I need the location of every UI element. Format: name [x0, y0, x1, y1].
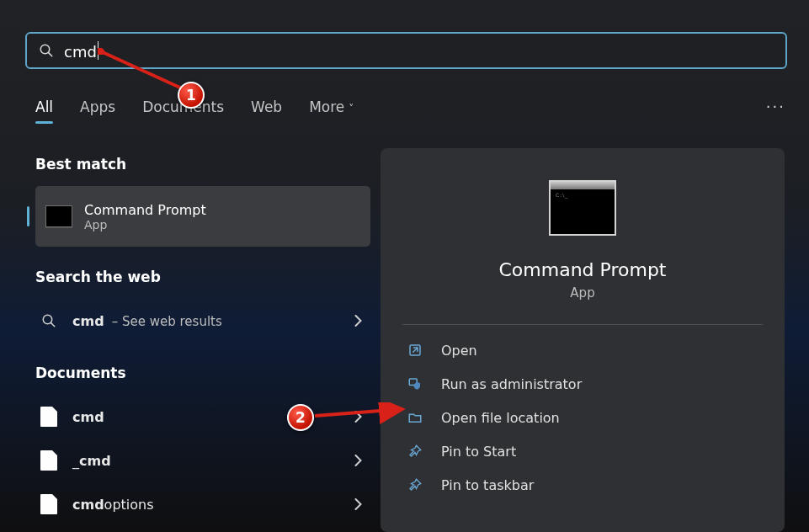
details-title: Command Prompt [402, 259, 763, 280]
chevron-right-icon [354, 315, 362, 327]
doc-name-suffix: options [104, 497, 154, 513]
action-label: Open file location [441, 410, 560, 426]
svg-line-3 [51, 323, 55, 327]
annotation-callout-2: 2 [287, 404, 314, 431]
action-label: Open [441, 343, 477, 359]
overflow-menu-button[interactable]: ··· [766, 98, 785, 115]
action-run-as-administrator[interactable]: Run as administrator [402, 367, 763, 401]
doc-name: cmd [72, 497, 104, 513]
chevron-right-icon [354, 455, 362, 466]
action-open-file-location[interactable]: Open file location [402, 401, 763, 434]
action-pin-to-start[interactable]: Pin to Start [402, 434, 763, 468]
file-icon [39, 450, 59, 471]
best-match-subtitle: App [84, 218, 206, 231]
shield-admin-icon [407, 376, 423, 391]
folder-icon [407, 410, 423, 425]
results-column: Best match Command Prompt App Search the… [35, 156, 370, 526]
doc-name: cmd [79, 453, 111, 469]
action-open[interactable]: Open [402, 333, 763, 367]
filter-tabs: All Apps Documents Web More˅ ··· [35, 98, 785, 115]
document-result-row[interactable]: _cmd [35, 439, 370, 482]
svg-line-1 [49, 53, 52, 56]
pin-icon [407, 444, 423, 459]
annotation-callout-1: 1 [178, 82, 205, 109]
command-prompt-large-icon: C:\_ [549, 180, 616, 236]
action-label: Run as administrator [441, 376, 582, 392]
search-query-text: cmd [64, 41, 98, 61]
action-label: Pin to taskbar [441, 477, 534, 493]
details-panel: C:\_ Command Prompt App Open Run as admi… [381, 148, 785, 532]
action-label: Pin to Start [441, 444, 516, 460]
tab-all[interactable]: All [35, 98, 53, 115]
action-pin-to-taskbar[interactable]: Pin to taskbar [402, 468, 763, 502]
web-result-query: cmd [72, 313, 104, 329]
tab-web[interactable]: Web [251, 98, 282, 115]
tab-apps[interactable]: Apps [80, 98, 115, 115]
doc-name-prefix: _ [72, 453, 79, 469]
chevron-right-icon [354, 498, 362, 510]
windows-search-panel: cmd All Apps Documents Web More˅ ··· Bes… [0, 0, 809, 532]
best-match-heading: Best match [35, 156, 370, 173]
documents-heading: Documents [35, 364, 370, 381]
chevron-right-icon [354, 411, 362, 423]
web-result-suffix: – See web results [112, 314, 222, 329]
file-icon [39, 494, 59, 514]
doc-name: cmd [72, 409, 104, 425]
command-prompt-icon [45, 205, 72, 227]
file-icon [39, 407, 59, 427]
search-input[interactable]: cmd [25, 32, 787, 69]
best-match-title: Command Prompt [84, 202, 206, 218]
divider [402, 324, 763, 325]
web-result-row[interactable]: cmd – See web results [35, 299, 370, 343]
document-result-row[interactable]: cmdoptions [35, 482, 370, 526]
best-match-result[interactable]: Command Prompt App [35, 186, 370, 247]
details-type: App [402, 285, 763, 301]
document-result-row[interactable]: cmd [35, 395, 370, 439]
pin-icon [407, 477, 423, 492]
chevron-down-icon: ˅ [349, 103, 354, 114]
search-icon [39, 43, 54, 58]
open-icon [407, 343, 423, 358]
tab-more[interactable]: More˅ [309, 98, 354, 115]
search-web-heading: Search the web [35, 269, 370, 285]
search-icon [39, 313, 59, 328]
